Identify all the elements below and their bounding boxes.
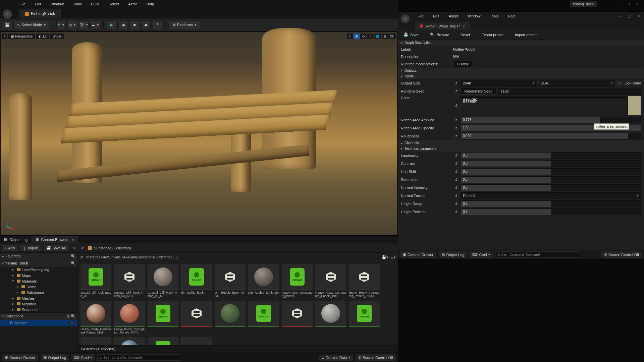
sub-menu-tools[interactable]: Tools	[485, 13, 503, 19]
sub-save-button[interactable]: 💾Save	[398, 31, 424, 39]
asset-item[interactable]: Dirt_Rubble_Bank_INST	[215, 264, 246, 298]
reset-icon[interactable]: ↺	[453, 186, 459, 190]
marketplace-button[interactable]: ⊞▼	[68, 20, 77, 29]
vp-scale-icon[interactable]: ⤢	[367, 34, 373, 39]
asset-item[interactable]: Coastal_Cliff_Rock_Patch_03_MAT	[148, 264, 178, 298]
sub-minimize-button[interactable]: —	[619, 14, 624, 18]
normal-intensity-slider[interactable]: 0.5	[461, 184, 641, 191]
sub-close-button[interactable]: ✕	[636, 14, 641, 18]
asset-item[interactable]: SBSARheavy_rusty_corrugated_panels	[282, 264, 313, 298]
inputs-section[interactable]: ▾Inputs:	[398, 73, 644, 79]
normal-format-select[interactable]: DirectX▾	[461, 192, 641, 199]
sub-output-log-button[interactable]: ▤Output Log	[439, 251, 467, 258]
tree-item-substance[interactable]: ▸Substance	[0, 290, 77, 295]
level-viewport[interactable]: ≡ ▣Perspective ◐Lit Show ↖ ✥ ⟲ ⤢ 🌐 ⊞ 📷	[1, 32, 397, 235]
sub-export-button[interactable]: Export preset	[476, 31, 509, 39]
menu-tools[interactable]: Tools	[68, 1, 87, 7]
asset-item[interactable]	[181, 301, 212, 335]
saturation-slider[interactable]: 0.5	[461, 176, 641, 183]
sub-browse-button[interactable]: 🔍Browse	[425, 31, 454, 39]
search-icon[interactable]: 🔍	[71, 261, 75, 265]
height-position-slider[interactable]: 0.5	[461, 208, 641, 215]
search-icon[interactable]: 🔍	[71, 254, 75, 258]
sub-maximize-button[interactable]: ◻	[628, 14, 632, 18]
asset-item[interactable]: Heavy_Rusty_Corrugated_Panels_MAT1	[114, 301, 145, 335]
source-control-button[interactable]: ⊘Source Control Off	[356, 354, 396, 361]
asset-item[interactable]: SBSARdirt_rubble_bank	[181, 264, 212, 298]
viewport-lit-button[interactable]: ◐Lit	[36, 34, 49, 39]
viewport-perspective-button[interactable]: ▣Perspective	[8, 34, 35, 39]
asset-item[interactable]: SBSAR	[148, 337, 178, 345]
play-options-button[interactable]: ⋮	[153, 20, 162, 29]
vp-globe-icon[interactable]: 🌐	[374, 34, 381, 39]
close-icon[interactable]: ×	[463, 24, 465, 28]
sub-content-drawer-button[interactable]: ▣Content Drawer	[400, 251, 436, 258]
vp-move-icon[interactable]: ✥	[354, 34, 360, 39]
collections-header[interactable]: ▾Collections ⊕ 🔍	[0, 313, 77, 320]
add-content-button[interactable]: ✚▼	[56, 20, 66, 29]
tree-item-migrated[interactable]: ▸Migrated	[0, 301, 77, 307]
project-header[interactable]: ▾fishing_dock 🔍	[0, 260, 77, 267]
select-mode-button[interactable]: ↖ Select Mode ▼	[14, 20, 49, 29]
asset-item[interactable]	[114, 337, 145, 345]
vp-select-icon[interactable]: ↖	[347, 34, 353, 39]
settings-button[interactable]: ☁▼	[91, 20, 100, 29]
skip-button[interactable]: ⏭	[118, 20, 128, 29]
random-seed-input[interactable]: 1162	[498, 88, 641, 95]
vp-rotate-icon[interactable]: ⟲	[360, 34, 366, 39]
close-button[interactable]: ✕	[635, 1, 639, 6]
eject-button[interactable]: ⏏	[141, 20, 151, 29]
menu-window[interactable]: Window	[46, 1, 68, 7]
sub-console-input[interactable]	[495, 251, 579, 258]
menu-edit[interactable]: Edit	[30, 1, 46, 7]
history-back-button[interactable]: ⟲	[71, 246, 77, 250]
sub-menu-file[interactable]: File	[413, 13, 428, 19]
search-icon[interactable]: 🔍	[71, 314, 75, 318]
platforms-button[interactable]: 🖥 Platforms ▼	[169, 20, 200, 29]
asset-item[interactable]	[315, 301, 346, 335]
asset-item[interactable]: SBSAR	[349, 301, 380, 335]
derived-data-button[interactable]: ≡Derived Data ▾	[319, 355, 353, 361]
asset-item[interactable]	[80, 337, 111, 345]
filter-text[interactable]: (instance) AND (Path:'/All/Game/Material…	[86, 255, 380, 259]
color-b-slider[interactable]: 0.349007	[461, 99, 626, 99]
hue-slider[interactable]: 0.0	[461, 168, 641, 175]
reset-icon[interactable]: ↺	[453, 162, 459, 166]
menu-file[interactable]: File	[15, 1, 30, 7]
save-filter-icon[interactable]: 💾▾	[382, 255, 388, 259]
rotten-amount-slider[interactable]: 0.773	[461, 117, 641, 123]
import-button[interactable]: ⭳Import	[20, 245, 41, 251]
reset-icon[interactable]: ↺	[453, 210, 459, 214]
sub-source-control-button[interactable]: ⊘Source Control Off	[601, 251, 642, 258]
sub-menu-edit[interactable]: Edit	[428, 13, 444, 19]
asset-item[interactable]: SBSARcoastal_cliff_rock_patch_03	[80, 264, 111, 298]
output-height-select[interactable]: 2048▾	[539, 80, 615, 86]
breadcrumb[interactable]: Substance (Collection)	[88, 246, 131, 250]
clear-filter-icon[interactable]: ✕	[80, 255, 84, 260]
filter-settings-icon[interactable]: ☰▾	[390, 255, 396, 259]
reset-icon[interactable]: ↺	[453, 104, 459, 108]
reset-icon[interactable]: ↺	[453, 154, 459, 158]
sub-cmd-button[interactable]: ⌨Cmd ▾	[470, 251, 492, 258]
asset-item[interactable]	[282, 301, 313, 335]
asset-item[interactable]: Heavy_Rusty_Corrugated_Panels_MAT	[80, 301, 111, 335]
tree-item-sequence[interactable]: ▸Sequence	[0, 307, 77, 312]
asset-item[interactable]: Heavy_Rusty_Corrugated_Panels_INST1	[349, 264, 380, 298]
maximize-button[interactable]: ◻	[626, 1, 631, 6]
add-button[interactable]: +Add	[2, 245, 17, 251]
tree-item-materials[interactable]: ▾Materials	[0, 278, 77, 284]
sub-tab[interactable]: Rotten_Wood_INST* ×	[415, 22, 470, 30]
favorites-header[interactable]: ▸Favorites 🔍	[0, 253, 77, 260]
sub-reset-button[interactable]: Reset	[455, 31, 476, 39]
viewport-show-button[interactable]: Show	[50, 34, 64, 39]
reset-icon[interactable]: ↺	[453, 126, 459, 130]
reset-icon[interactable]: ↺	[453, 194, 459, 198]
color-g-slider[interactable]: 0.415595	[461, 97, 626, 98]
contrast-slider[interactable]: 0.0	[461, 160, 641, 167]
reset-icon[interactable]: ↺	[453, 170, 459, 174]
vp-camera-icon[interactable]: 📷	[388, 34, 396, 39]
tree-item-levelproto[interactable]: ▸LevelPrototyping	[0, 267, 77, 273]
save-button[interactable]: 💾	[3, 20, 12, 29]
randomize-seed-button[interactable]: Randomize Seed	[461, 88, 496, 95]
color-r-slider[interactable]: 0.436782	[461, 96, 626, 97]
